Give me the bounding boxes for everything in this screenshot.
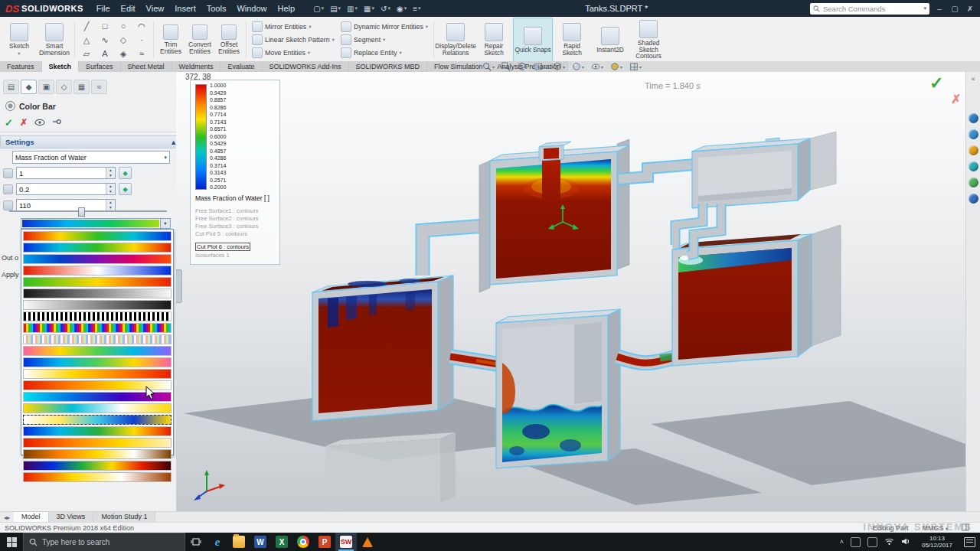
action-center-icon[interactable] <box>964 537 975 547</box>
section-view-icon[interactable]: ▾ <box>534 62 546 71</box>
sketch-entity-tool-5-icon[interactable]: ∿ <box>96 33 114 47</box>
tab-solidworks-mbd[interactable]: SOLIDWORKS MBD <box>349 61 428 72</box>
sketch-entity-tool-8-icon[interactable]: ▱ <box>77 47 96 60</box>
hide-show-items-icon[interactable]: ▾ <box>591 62 603 71</box>
dropdown-caret-icon[interactable]: ▾ <box>372 5 375 11</box>
sketch-entity-tool-9-icon[interactable]: A <box>96 47 114 60</box>
center-bottom-tank[interactable] <box>496 309 620 468</box>
tab-sheet-metal[interactable]: Sheet Metal <box>121 61 172 72</box>
right-top-tank[interactable] <box>692 132 836 208</box>
dimxpertmanager-tab-icon[interactable]: ◇ <box>56 80 72 94</box>
menu-window[interactable]: Window <box>231 4 272 13</box>
chevron-down-icon[interactable]: ▾ <box>164 155 167 161</box>
sketch-entity-tool-11-icon[interactable]: ≈ <box>132 47 151 60</box>
reset-min-button[interactable]: ◆ <box>119 183 132 195</box>
menu-help[interactable]: Help <box>273 4 301 13</box>
palette-dropdown-list[interactable] <box>21 229 174 455</box>
explorer-taskbar-button[interactable] <box>228 533 250 551</box>
linear-sketch-pattern-button[interactable]: Linear Sketch Pattern▾ <box>249 34 338 46</box>
ok-button[interactable]: ✓ <box>5 117 13 129</box>
rapid-sketch-button[interactable]: Rapid Sketch <box>553 18 591 62</box>
palette-row-8[interactable] <box>23 323 172 333</box>
tab-surfaces[interactable]: Surfaces <box>79 61 121 72</box>
menu-tools[interactable]: Tools <box>201 4 232 13</box>
search-caret-icon[interactable]: ▾ <box>923 5 926 11</box>
shaded-sketch-contours-button[interactable]: Shaded Sketch Contours <box>629 18 668 62</box>
previous-view-icon[interactable] <box>518 62 527 71</box>
edge-taskbar-button[interactable]: e <box>207 533 228 551</box>
tray-app-icon[interactable] <box>867 537 877 547</box>
spinner[interactable]: ▴▾ <box>106 184 115 194</box>
zoom-area-icon[interactable] <box>501 62 511 71</box>
task-pane-collapse-icon[interactable]: « <box>971 75 975 83</box>
dropdown-caret-icon[interactable]: ▾ <box>309 24 311 30</box>
levels-slider[interactable] <box>9 207 167 215</box>
sketch-entity-tool-4-icon[interactable]: △ <box>77 33 96 47</box>
excel-taskbar-button[interactable]: X <box>271 533 292 551</box>
resources-tab-icon[interactable] <box>969 113 978 123</box>
solidworks-taskbar-button[interactable]: SW <box>335 533 357 551</box>
save-button[interactable]: ▥▾ <box>345 2 360 15</box>
vlc-taskbar-button[interactable] <box>357 533 378 551</box>
dropdown-caret-icon[interactable]: ▾ <box>355 5 358 11</box>
new-button[interactable]: ▢▾ <box>311 2 326 15</box>
view-settings-icon[interactable]: ▾ <box>629 62 642 71</box>
view-tab-model[interactable]: Model <box>14 512 49 523</box>
palette-row-16[interactable] <box>23 415 172 425</box>
tab-solidworks-add-ins[interactable]: SOLIDWORKS Add-Ins <box>263 61 349 72</box>
settings-group-header[interactable]: Settings ▴ <box>0 135 181 148</box>
reset-max-button[interactable]: ◆ <box>119 167 132 179</box>
options-button[interactable]: ≡▾ <box>410 2 423 15</box>
dynamic-mirror-entities-button[interactable]: Dynamic Mirror Entities▾ <box>338 21 431 33</box>
tray-expand-icon[interactable]: ˄ <box>840 538 844 546</box>
chevron-down-icon[interactable]: ▾ <box>160 219 170 228</box>
view-tab-3d-views[interactable]: 3D Views <box>49 512 94 523</box>
menu-view[interactable]: View <box>141 4 170 13</box>
volume-icon[interactable] <box>901 535 910 549</box>
clipped-label-apply[interactable]: Apply <box>2 271 19 279</box>
sketch-entity-tool-3-icon[interactable]: ◠ <box>132 19 151 33</box>
dropdown-caret-icon[interactable]: ▾ <box>332 37 335 43</box>
pipe-right-bottom[interactable] <box>617 356 677 363</box>
minimize-button[interactable]: – <box>934 5 945 13</box>
tab-evaluate[interactable]: Evaluate <box>220 61 262 72</box>
task-view-button[interactable] <box>185 533 207 551</box>
slider-thumb[interactable] <box>78 207 85 217</box>
confirm-cancel-icon[interactable]: ✗ <box>951 92 961 106</box>
tab-scroll-icon[interactable]: ◂▸ <box>0 512 14 523</box>
tab-weldments[interactable]: Weldments <box>172 61 221 72</box>
palette-row-0[interactable] <box>23 231 172 241</box>
dropdown-caret-icon[interactable]: ▾ <box>426 24 428 30</box>
segment-button[interactable]: Segment▾ <box>338 34 431 46</box>
palette-row-9[interactable] <box>23 334 172 344</box>
chrome-taskbar-button[interactable] <box>292 533 314 551</box>
zoom-fit-icon[interactable]: ▾ <box>482 62 495 71</box>
dropdown-caret-icon[interactable]: ▾ <box>338 5 341 11</box>
palette-row-5[interactable] <box>23 289 172 298</box>
word-taskbar-button[interactable]: W <box>250 533 271 551</box>
dropdown-caret-icon[interactable]: ▾ <box>418 5 421 11</box>
taskbar-clock[interactable]: 10:13 05/12/2017 <box>917 535 957 549</box>
sketch-entity-tool-2-icon[interactable]: ○ <box>114 19 132 33</box>
convert-entities-button[interactable]: Convert Entities <box>185 18 214 62</box>
trim-entities-button[interactable]: Trim Entities <box>156 18 185 62</box>
sketch-entity-tool-10-icon[interactable]: ◈ <box>114 47 132 60</box>
file-explorer-tab-icon[interactable] <box>969 145 978 155</box>
display-style-icon[interactable]: ▾ <box>572 62 584 71</box>
sketch-entity-tool-7-icon[interactable]: · <box>132 33 151 47</box>
edit-appearance-icon[interactable]: ▾ <box>610 62 622 71</box>
offset-entities-button[interactable]: Offset Entities <box>214 18 243 62</box>
tab-features[interactable]: Features <box>0 61 42 72</box>
move-entities-button[interactable]: Move Entities▾ <box>249 47 338 59</box>
preview-eye-icon[interactable] <box>34 116 45 129</box>
dropdown-caret-icon[interactable]: ▾ <box>400 50 402 56</box>
palette-row-2[interactable] <box>23 254 172 264</box>
sketch-entity-tool-6-icon[interactable]: ◇ <box>114 33 132 47</box>
sketch-button[interactable]: Sketch ▾ <box>2 18 37 62</box>
palette-row-12[interactable] <box>23 369 172 379</box>
close-button[interactable]: ✗ <box>965 5 975 13</box>
max-value-input[interactable]: ▴▾ <box>16 167 116 179</box>
parameter-select[interactable]: Mass Fraction of Water ▾ <box>12 151 170 164</box>
pin-icon[interactable] <box>52 116 61 129</box>
dropdown-caret-icon[interactable]: ▾ <box>308 50 310 56</box>
